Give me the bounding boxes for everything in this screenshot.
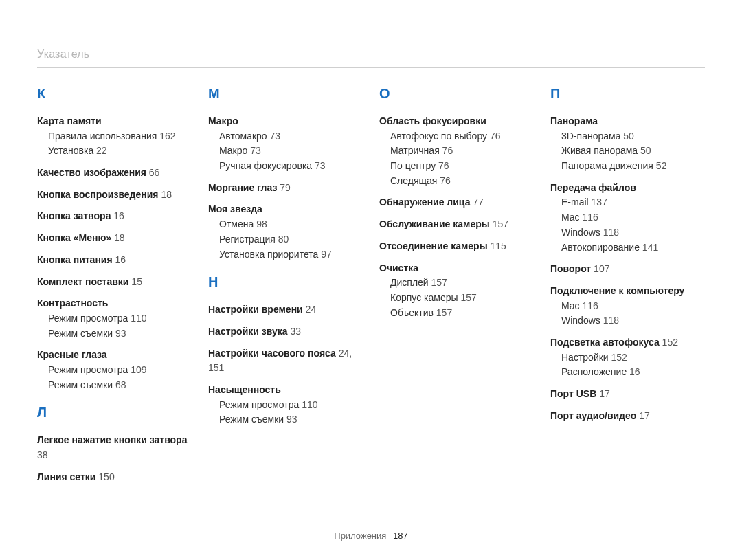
page-number[interactable]: 110 xyxy=(302,399,317,410)
entry-title[interactable]: Красные глаза xyxy=(37,348,192,363)
sub-entry[interactable]: Регистрация 80 xyxy=(219,232,363,247)
page-number[interactable]: 157 xyxy=(431,277,447,288)
entry-title[interactable]: Настройки времени 24 xyxy=(208,302,363,317)
sub-entry[interactable]: Windows 118 xyxy=(561,225,705,240)
entry-title[interactable]: Настройки часового пояса 24, 151 xyxy=(208,346,363,376)
page-number[interactable]: 116 xyxy=(582,300,598,311)
sub-entry[interactable]: Корпус камеры 157 xyxy=(390,291,534,306)
page-number[interactable]: 38 xyxy=(37,449,48,460)
entry-title[interactable]: Легкое нажатие кнопки затвора 38 xyxy=(37,433,192,462)
page-number[interactable]: 115 xyxy=(491,240,506,251)
page-number[interactable]: 80 xyxy=(278,234,289,245)
sub-entry[interactable]: Автокопирование 141 xyxy=(561,240,705,256)
sub-entry[interactable]: Режим просмотра 109 xyxy=(48,363,192,378)
sub-entry[interactable]: Расположение 16 xyxy=(561,365,705,380)
page-number[interactable]: 109 xyxy=(131,364,146,375)
page-number[interactable]: 52 xyxy=(656,160,667,171)
page-number[interactable]: 15 xyxy=(131,276,142,287)
page-number[interactable]: 17 xyxy=(639,410,650,421)
entry-title[interactable]: Очистка xyxy=(379,261,534,276)
page-number[interactable]: 76 xyxy=(442,145,453,156)
entry-title[interactable]: Подсветка автофокуса 152 xyxy=(550,335,705,350)
entry-title[interactable]: Карта памяти xyxy=(37,114,192,129)
entry-title[interactable]: Порт USB 17 xyxy=(550,387,705,402)
page-number[interactable]: 118 xyxy=(603,315,619,326)
sub-entry[interactable]: Макро 73 xyxy=(219,144,363,159)
entry-title[interactable]: Поворот 107 xyxy=(550,262,705,277)
page-number[interactable]: 24, 151 xyxy=(208,348,352,374)
page-number[interactable]: 79 xyxy=(280,182,291,193)
entry-title[interactable]: Линия сетки 150 xyxy=(37,470,192,485)
page-number[interactable]: 116 xyxy=(582,212,598,223)
entry-title[interactable]: Моя звезда xyxy=(208,202,363,217)
page-number[interactable]: 33 xyxy=(290,326,301,337)
entry-title[interactable]: Обнаружение лица 77 xyxy=(379,195,534,210)
entry-title[interactable]: Передача файлов xyxy=(550,181,705,196)
page-number[interactable]: 24 xyxy=(306,304,317,315)
entry-title[interactable]: Отсоединение камеры 115 xyxy=(379,239,534,254)
page-number[interactable]: 16 xyxy=(115,254,126,265)
page-number[interactable]: 157 xyxy=(436,307,452,318)
page-number[interactable]: 76 xyxy=(438,160,449,171)
sub-entry[interactable]: Объектив 157 xyxy=(390,306,534,321)
sub-entry[interactable]: Режим съемки 93 xyxy=(48,326,192,341)
entry-title[interactable]: Контрастность xyxy=(37,296,192,311)
page-number[interactable]: 137 xyxy=(592,197,607,208)
page-number[interactable]: 17 xyxy=(599,388,610,399)
sub-entry[interactable]: Режим съемки 68 xyxy=(48,378,192,393)
entry-title[interactable]: Область фокусировки xyxy=(379,114,534,129)
page-number[interactable]: 18 xyxy=(161,189,172,200)
page-number[interactable]: 93 xyxy=(115,328,126,339)
sub-entry[interactable]: По центру 76 xyxy=(390,159,534,174)
entry-title[interactable]: Кнопка затвора 16 xyxy=(37,209,192,224)
page-number[interactable]: 50 xyxy=(623,131,634,142)
page-number[interactable]: 162 xyxy=(159,131,175,142)
page-number[interactable]: 157 xyxy=(493,219,508,229)
page-number[interactable]: 22 xyxy=(96,145,107,156)
sub-entry[interactable]: Ручная фокусировка 73 xyxy=(219,159,363,174)
entry-title[interactable]: Настройки звука 33 xyxy=(208,324,363,339)
page-number[interactable]: 118 xyxy=(603,227,619,238)
entry-title[interactable]: Качество изображения 66 xyxy=(37,166,192,181)
sub-entry[interactable]: Следящая 76 xyxy=(390,174,534,189)
page-number[interactable]: 66 xyxy=(149,167,160,178)
entry-title[interactable]: Моргание глаз 79 xyxy=(208,181,363,196)
entry-title[interactable]: Кнопка «Меню» 18 xyxy=(37,231,192,246)
page-number[interactable]: 107 xyxy=(594,263,609,274)
sub-entry[interactable]: Настройки 152 xyxy=(561,350,705,366)
sub-entry[interactable]: Отмена 98 xyxy=(219,217,363,232)
page-number[interactable]: 68 xyxy=(115,379,126,390)
sub-entry[interactable]: Режим просмотра 110 xyxy=(48,311,192,326)
sub-entry[interactable]: Автофокус по выбору 76 xyxy=(390,129,534,144)
page-number[interactable]: 18 xyxy=(114,232,125,243)
sub-entry[interactable]: Автомакро 73 xyxy=(219,129,363,144)
sub-entry[interactable]: Windows 118 xyxy=(561,313,705,328)
page-number[interactable]: 16 xyxy=(629,366,640,377)
sub-entry[interactable]: Mac 116 xyxy=(561,210,705,225)
entry-title[interactable]: Кнопка питания 16 xyxy=(37,253,192,268)
page-number[interactable]: 141 xyxy=(642,242,658,253)
page-number[interactable]: 76 xyxy=(440,175,451,186)
page-number[interactable]: 73 xyxy=(250,145,261,156)
entry-title[interactable]: Насыщенность xyxy=(208,383,363,398)
page-number[interactable]: 97 xyxy=(321,249,332,260)
entry-title[interactable]: Обслуживание камеры 157 xyxy=(379,217,534,232)
sub-entry[interactable]: Панорама движения 52 xyxy=(561,159,705,174)
sub-entry[interactable]: Mac 116 xyxy=(561,299,705,314)
page-number[interactable]: 110 xyxy=(131,313,146,324)
sub-entry[interactable]: Установка приоритета 97 xyxy=(219,247,363,262)
entry-title[interactable]: Панорама xyxy=(550,114,705,129)
sub-entry[interactable]: Установка 22 xyxy=(48,144,192,159)
page-number[interactable]: 157 xyxy=(460,292,476,303)
page-number[interactable]: 73 xyxy=(270,131,281,142)
entry-title[interactable]: Подключение к компьютеру xyxy=(550,284,705,299)
page-number[interactable]: 77 xyxy=(473,197,484,208)
page-number[interactable]: 73 xyxy=(315,160,326,171)
sub-entry[interactable]: Режим просмотра 110 xyxy=(219,398,363,413)
page-number[interactable]: 98 xyxy=(256,219,267,229)
page-number[interactable]: 50 xyxy=(640,145,651,156)
entry-title[interactable]: Макро xyxy=(208,114,363,129)
page-number[interactable]: 150 xyxy=(98,471,114,482)
entry-title[interactable]: Кнопка воспроизведения 18 xyxy=(37,188,192,203)
sub-entry[interactable]: Матричная 76 xyxy=(390,144,534,159)
